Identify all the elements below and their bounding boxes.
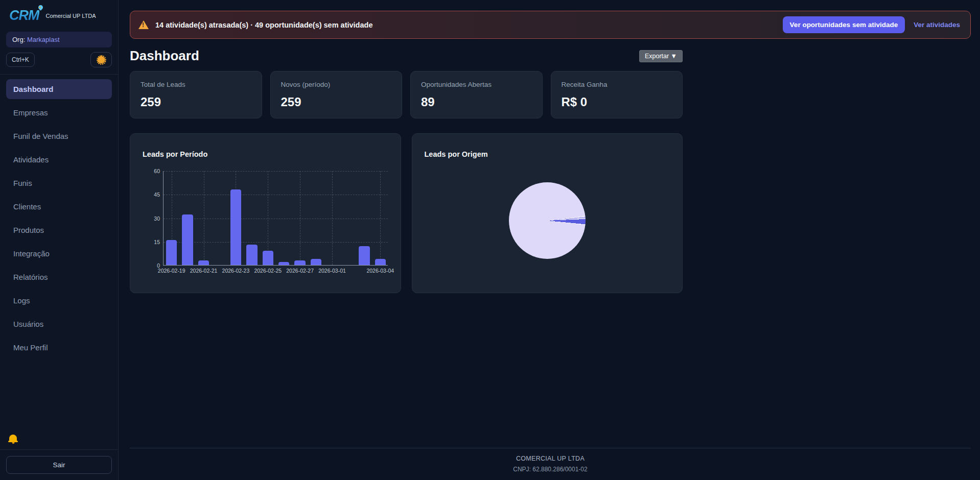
stats-grid: Total de Leads259Novos (período)259Oport… (130, 71, 683, 118)
bar-chart: 015304560 2026-02-192026-02-212026-02-23… (141, 171, 390, 266)
sidebar-item-integracao[interactable]: Integração (6, 244, 112, 263)
x-tick-label: 2026-02-21 (190, 268, 218, 274)
charts-grid: Leads por Período 015304560 2026-02-1920… (130, 133, 683, 293)
y-tick-label: 60 (154, 168, 160, 174)
bar-chart-plot: 2026-02-192026-02-212026-02-232026-02-25… (163, 171, 388, 266)
bar (230, 189, 241, 265)
gridline-horizontal (164, 171, 388, 172)
pie-chart-title: Leads por Origem (425, 150, 672, 158)
x-tick-label: 2026-02-23 (222, 268, 250, 274)
warning-icon (138, 20, 149, 29)
footer-cnpj: CNPJ: 62.880.286/0001-02 (130, 466, 971, 473)
view-activities-link[interactable]: Ver atividades (914, 21, 960, 29)
pie-chart (509, 182, 586, 259)
gridline-vertical (380, 171, 381, 265)
bar (246, 245, 257, 265)
footer-company: COMERCIAL UP LTDA (130, 455, 971, 462)
bar (182, 214, 193, 265)
bar (278, 262, 289, 265)
sidebar-item-funis[interactable]: Funis (6, 173, 112, 193)
footer: COMERCIAL UP LTDA CNPJ: 62.880.286/0001-… (130, 448, 971, 480)
sidebar: CRM Comercial UP LTDA Org: Markaplast Ct… (0, 0, 119, 480)
stat-label: Receita Ganha (562, 81, 672, 88)
crm-logo-text: CRM (9, 8, 39, 23)
sidebar-item-atividades[interactable]: Atividades (6, 150, 112, 170)
alert-message: 14 atividade(s) atrasada(s) · 49 oportun… (155, 21, 776, 29)
logo-row: CRM Comercial UP LTDA (0, 0, 118, 28)
stat-value: R$ 0 (562, 95, 672, 109)
stat-value: 259 (141, 95, 251, 109)
bar (311, 259, 321, 265)
bell-icon (9, 435, 17, 441)
view-opportunities-button[interactable]: Ver oportunidades sem atividade (783, 16, 905, 33)
leads-by-period-card: Leads por Período 015304560 2026-02-1920… (130, 133, 401, 293)
x-tick-label: 2026-02-27 (286, 268, 314, 274)
stat-card: Novos (período)259 (270, 71, 403, 118)
sidebar-tools: Ctrl+K (6, 52, 112, 67)
y-tick-label: 30 (154, 215, 160, 222)
stat-card: Receita GanhaR$ 0 (551, 71, 683, 118)
y-tick-label: 45 (154, 191, 160, 198)
bar (166, 240, 177, 265)
bar (294, 260, 305, 265)
spacer (130, 293, 971, 448)
gridline-horizontal (164, 242, 388, 243)
bar (375, 259, 386, 265)
theme-toggle-button[interactable] (90, 52, 112, 67)
x-tick-label: 2026-03-04 (366, 268, 394, 274)
x-tick-label: 2026-02-19 (158, 268, 185, 274)
sun-icon (97, 55, 106, 65)
page-header: Dashboard Exportar ▼ (130, 48, 683, 64)
sidebar-item-relatorios[interactable]: Relatórios (6, 267, 112, 287)
sidebar-item-usuarios[interactable]: Usuários (6, 314, 112, 334)
stat-value: 259 (281, 95, 392, 109)
bar (359, 246, 369, 265)
leads-by-origin-card: Leads por Origem (412, 133, 683, 293)
bar (263, 251, 273, 265)
bar-chart-title: Leads por Período (143, 150, 390, 158)
x-tick-label: 2026-03-01 (318, 268, 346, 274)
sidebar-item-logs[interactable]: Logs (6, 291, 112, 310)
org-label: Org: (12, 36, 25, 43)
gridline-horizontal (164, 195, 388, 195)
pie-chart-area (423, 158, 672, 282)
sidebar-item-clientes[interactable]: Clientes (6, 197, 112, 217)
logout-wrap: Sair (0, 449, 118, 480)
crm-logo: CRM (9, 8, 39, 23)
gridline-vertical (300, 171, 300, 265)
stat-card: Total de Leads259 (130, 71, 262, 118)
gridline-horizontal (164, 219, 388, 219)
sidebar-item-dashboard[interactable]: Dashboard (6, 79, 112, 99)
command-palette-button[interactable]: Ctrl+K (6, 53, 35, 67)
stat-card: Oportunidades Abertas89 (410, 71, 543, 118)
main-content: 14 atividade(s) atrasada(s) · 49 oportun… (119, 0, 980, 480)
page-title: Dashboard (130, 48, 199, 64)
org-name: Markaplast (27, 36, 60, 43)
x-tick-label: 2026-02-25 (254, 268, 282, 274)
sidebar-item-empresas[interactable]: Empresas (6, 103, 112, 123)
bar (198, 260, 209, 265)
sidebar-nav: DashboardEmpresasFunil de VendasAtividad… (0, 75, 118, 430)
overdue-alert-banner: 14 atividade(s) atrasada(s) · 49 oportun… (130, 11, 971, 39)
stat-label: Total de Leads (141, 81, 251, 88)
export-button[interactable]: Exportar ▼ (639, 50, 683, 62)
stat-value: 89 (421, 95, 532, 109)
y-tick-label: 15 (154, 239, 160, 245)
sidebar-item-produtos[interactable]: Produtos (6, 220, 112, 240)
gridline-vertical (332, 171, 333, 265)
logout-button[interactable]: Sair (6, 456, 112, 474)
sidebar-bottom: Sair (0, 430, 118, 480)
sidebar-item-meu-perfil[interactable]: Meu Perfil (6, 338, 112, 357)
stat-label: Novos (período) (281, 81, 392, 88)
company-name: Comercial UP LTDA (46, 13, 96, 19)
notifications-row[interactable] (0, 430, 118, 449)
sidebar-item-funil-de-vendas[interactable]: Funil de Vendas (6, 126, 112, 146)
bar-chart-y-axis: 015304560 (141, 171, 163, 266)
stat-label: Oportunidades Abertas (421, 81, 532, 88)
gridline-vertical (204, 171, 204, 265)
org-selector[interactable]: Org: Markaplast (6, 32, 112, 47)
